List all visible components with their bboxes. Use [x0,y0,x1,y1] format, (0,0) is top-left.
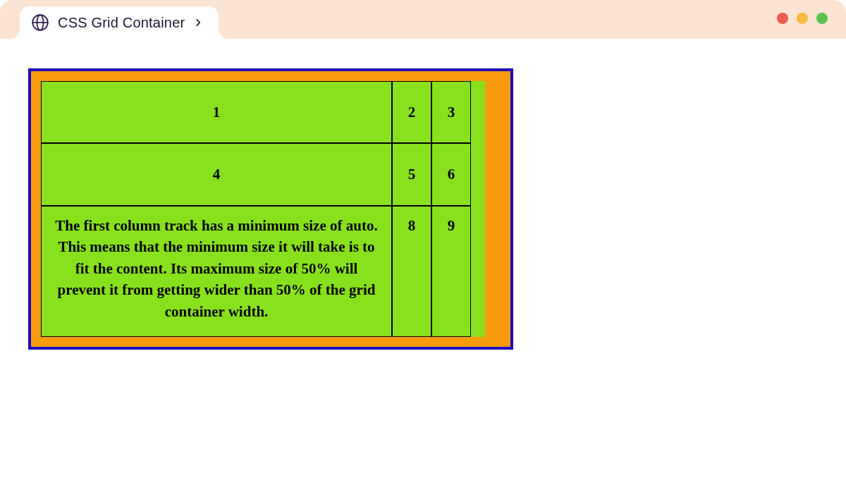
window-controls [777,13,828,24]
globe-icon [31,13,49,32]
minimize-window-button[interactable] [797,13,808,24]
grid-cell-6: 6 [431,143,471,205]
tab-title: CSS Grid Container [58,15,185,31]
grid-cell-3: 3 [431,81,471,143]
title-bar: CSS Grid Container [0,0,846,39]
grid-cell-1: 1 [41,81,392,143]
grid-cell-5: 5 [392,143,431,205]
grid-cell-9: 9 [431,206,471,337]
grid-container: 1 2 3 4 5 6 The first column track has a… [41,81,485,337]
browser-tab[interactable]: CSS Grid Container [20,6,219,39]
maximize-window-button[interactable] [816,13,828,24]
chevron-right-icon [193,18,203,27]
grid-cell-4: 4 [41,143,392,205]
browser-window: CSS Grid Container 1 2 3 4 5 6 The first… [0,0,846,504]
close-window-button[interactable] [777,13,788,24]
grid-wrapper: 1 2 3 4 5 6 The first column track has a… [28,68,513,350]
grid-cell-7: The first column track has a minimum siz… [41,206,392,337]
grid-cell-8: 8 [392,206,431,337]
grid-cell-2: 2 [392,81,431,143]
page-content: 1 2 3 4 5 6 The first column track has a… [0,39,846,350]
